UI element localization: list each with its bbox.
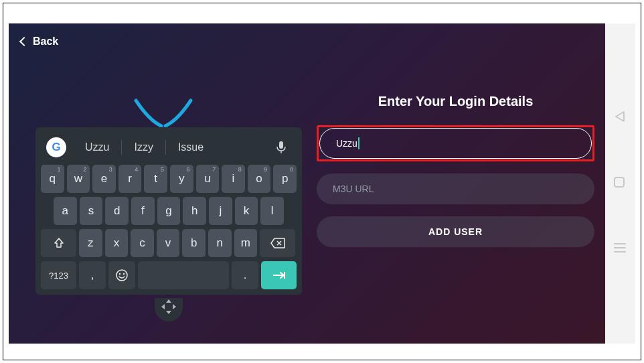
- dpad-up-icon: [166, 299, 171, 303]
- key-m[interactable]: m: [234, 229, 258, 257]
- dpad-left-icon: [161, 304, 165, 309]
- onscreen-keyboard: G Uzzu Izzy Issue q1w2e3r4t5: [35, 127, 302, 295]
- key-v[interactable]: v: [157, 229, 180, 257]
- app-screen: Back G Uzzu Izzy Issue: [9, 23, 605, 344]
- backspace-key[interactable]: [260, 229, 295, 257]
- svg-point-6: [123, 273, 125, 275]
- key-f[interactable]: f: [131, 197, 155, 225]
- key-e[interactable]: e3: [92, 165, 116, 193]
- svg-point-5: [119, 273, 120, 275]
- key-p[interactable]: p0: [273, 165, 297, 193]
- add-user-button[interactable]: ADD USER: [317, 216, 594, 247]
- key-w[interactable]: w2: [67, 165, 90, 193]
- highlight-box: Uzzu: [317, 125, 594, 161]
- key-s[interactable]: s: [80, 197, 103, 225]
- suggestion-word[interactable]: Izzy: [122, 141, 165, 153]
- enter-key[interactable]: [261, 261, 297, 289]
- dpad-handle[interactable]: [155, 298, 183, 321]
- add-user-label: ADD USER: [428, 226, 483, 237]
- google-icon[interactable]: G: [46, 137, 66, 157]
- key-u[interactable]: u7: [196, 165, 220, 193]
- key-o[interactable]: o9: [248, 165, 271, 193]
- nav-back-icon[interactable]: [614, 111, 627, 124]
- emoji-key[interactable]: [108, 261, 135, 289]
- nav-recent-icon[interactable]: [614, 243, 627, 257]
- key-h[interactable]: h: [183, 197, 206, 225]
- key-l[interactable]: l: [260, 197, 284, 225]
- svg-point-4: [116, 270, 127, 281]
- key-t[interactable]: t5: [144, 165, 167, 193]
- space-key[interactable]: [138, 261, 229, 289]
- suggestion-word[interactable]: Issue: [166, 141, 216, 153]
- svg-marker-9: [616, 112, 624, 121]
- shift-key[interactable]: [41, 229, 76, 257]
- key-r[interactable]: r4: [118, 165, 142, 193]
- key-q[interactable]: q1: [41, 165, 64, 193]
- chevron-left-icon: [19, 37, 29, 46]
- back-label: Back: [33, 35, 58, 48]
- dpad-down-icon: [166, 311, 171, 314]
- system-navbar: [605, 23, 635, 344]
- key-a[interactable]: a: [54, 197, 77, 225]
- back-button[interactable]: Back: [21, 35, 58, 48]
- m3u-url-placeholder: M3U URL: [333, 184, 374, 194]
- key-c[interactable]: c: [131, 229, 154, 257]
- key-g[interactable]: g: [157, 197, 181, 225]
- svg-rect-0: [279, 141, 283, 149]
- key-n[interactable]: n: [208, 229, 232, 257]
- key-z[interactable]: z: [79, 229, 102, 257]
- key-d[interactable]: d: [105, 197, 129, 225]
- mic-icon[interactable]: [271, 137, 291, 157]
- text-cursor: [358, 137, 359, 149]
- key-y[interactable]: y6: [170, 165, 193, 193]
- symbols-key[interactable]: ?123: [41, 261, 76, 289]
- form-title: Enter Your Login Details: [317, 94, 594, 109]
- key-j[interactable]: j: [209, 197, 232, 225]
- period-key[interactable]: .: [232, 261, 258, 289]
- m3u-url-input[interactable]: M3U URL: [317, 173, 594, 204]
- key-x[interactable]: x: [105, 229, 129, 257]
- comma-key[interactable]: ,: [79, 261, 106, 289]
- nav-home-icon[interactable]: [614, 177, 627, 190]
- suggestion-word[interactable]: Uzzu: [73, 141, 121, 153]
- key-b[interactable]: b: [182, 229, 206, 257]
- key-i[interactable]: i8: [222, 165, 245, 193]
- username-value: Uzzu: [336, 138, 357, 149]
- username-input[interactable]: Uzzu: [319, 128, 592, 159]
- suggestion-bar: G Uzzu Izzy Issue: [41, 134, 297, 161]
- dpad-right-icon: [173, 304, 176, 309]
- antenna-decoration: [129, 94, 196, 127]
- login-form: Enter Your Login Details Uzzu M3U URL AD…: [317, 94, 594, 247]
- key-k[interactable]: k: [235, 197, 258, 225]
